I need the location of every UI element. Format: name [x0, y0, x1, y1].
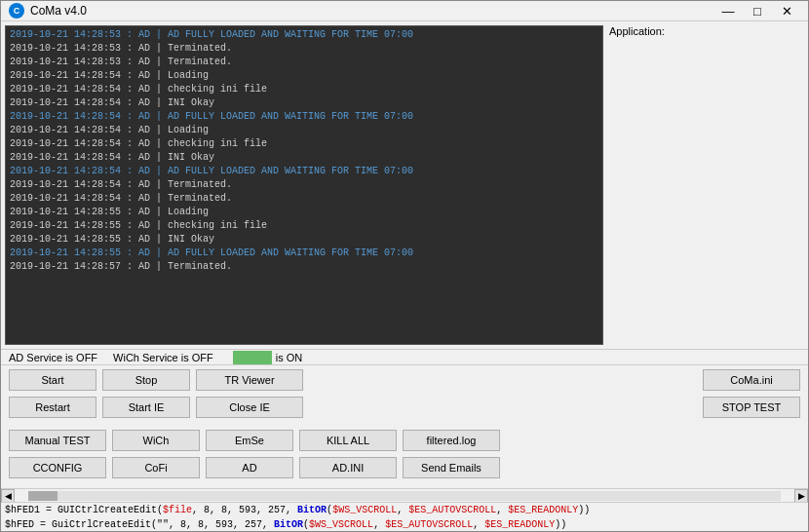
third-service-label: is ON — [276, 352, 303, 363]
code-param-autoscroll: $ES_AUTOVSCROLL — [408, 505, 496, 515]
start-button[interactable]: Start — [9, 369, 96, 391]
horizontal-scrollbar[interactable]: ◀ ▶ — [1, 488, 808, 502]
maximize-button[interactable]: □ — [744, 1, 771, 20]
close-ie-button[interactable]: Close IE — [196, 397, 303, 418]
restart-button[interactable]: Restart — [9, 397, 96, 418]
log-entry: 2019-10-21 14:28:57 : AD | Terminated. — [10, 260, 598, 274]
main-content-area: 2019-10-21 14:28:53 : AD | AD FULLY LOAD… — [1, 21, 808, 349]
log-display[interactable]: 2019-10-21 14:28:53 : AD | AD FULLY LOAD… — [5, 25, 603, 345]
app-icon: C — [9, 3, 24, 19]
code-param-1: $file — [163, 505, 192, 515]
button-row-4: CCONFIG CoFi AD AD.INI Send Emails — [9, 457, 800, 478]
coma-ini-button[interactable]: CoMa.ini — [703, 369, 800, 391]
code-param-readonly: $ES_READONLY — [508, 505, 578, 515]
code-comma-2: , — [496, 505, 508, 515]
log-entry: 2019-10-21 14:28:54 : AD | checking ini … — [10, 137, 598, 151]
wich-service-status: WiCh Service is OFF — [113, 352, 213, 363]
status-on-badge — [233, 351, 272, 364]
ad-ini-button[interactable]: AD.INI — [299, 457, 397, 478]
cofi-button[interactable]: CoFi — [112, 457, 200, 478]
code-param-readonly2: $ES_READONLY — [484, 519, 555, 530]
code-comma-3: , — [373, 519, 385, 530]
scroll-left-arrow[interactable]: ◀ — [1, 489, 15, 503]
stop-test-button[interactable]: STOP TEST — [703, 397, 800, 418]
bottom-code-text: $hFED1 = GUICtrlCreateEdit($file, 8, 8, … — [5, 503, 590, 531]
log-entry: 2019-10-21 14:28:54 : AD | AD FULLY LOAD… — [10, 165, 598, 178]
log-entry: 2019-10-21 14:28:54 : AD | checking ini … — [10, 83, 598, 96]
button-row-2: Restart Start IE Close IE STOP TEST — [9, 397, 800, 418]
bottom-code-bar: $hFED1 = GUICtrlCreateEdit($file, 8, 8, … — [1, 502, 808, 531]
button-row-3: Manual TEST WiCh EmSe KILL ALL filtered.… — [9, 430, 800, 451]
code-comma-4: , — [473, 519, 484, 530]
button-row-1: Start Stop TR Viewer CoMa.ini — [9, 369, 800, 391]
log-entry: 2019-10-21 14:28:54 : AD | INI Okay — [10, 151, 598, 165]
window-controls: — □ ✕ — [714, 1, 800, 20]
scroll-thumb[interactable] — [28, 491, 58, 501]
status-bar: AD Service is OFF WiCh Service is OFF is… — [1, 349, 808, 365]
code-line-1: $hFED1 = GUICtrlCreateEdit($file, 8, 8, … — [5, 503, 590, 517]
code-close-1: )) — [578, 505, 590, 515]
wich-button[interactable]: WiCh — [112, 430, 200, 451]
minimize-button[interactable]: — — [714, 1, 742, 20]
kill-all-button[interactable]: KILL ALL — [299, 430, 397, 451]
code-func-2: GuiCtrlCreateEdit( — [52, 519, 157, 530]
right-panel: Application: — [603, 21, 808, 349]
code-keyword-2: BitOR — [274, 519, 303, 530]
code-comma-1: , — [397, 505, 408, 515]
code-keyword-1: BitOR — [297, 505, 327, 515]
buttons-area: Start Stop TR Viewer CoMa.ini Restart St… — [1, 365, 808, 488]
log-entry: 2019-10-21 14:28:55 : AD | AD FULLY LOAD… — [10, 247, 598, 260]
emse-button[interactable]: EmSe — [206, 430, 293, 451]
log-entry: 2019-10-21 14:28:54 : AD | Loading — [10, 69, 598, 83]
code-var-2: $hFED = — [5, 519, 52, 530]
log-entry: 2019-10-21 14:28:55 : AD | Loading — [10, 206, 598, 219]
ad-service-status: AD Service is OFF — [9, 352, 97, 363]
close-button[interactable]: ✕ — [773, 1, 800, 20]
log-entry: 2019-10-21 14:28:54 : AD | Terminated. — [10, 178, 598, 192]
log-entry: 2019-10-21 14:28:55 : AD | INI Okay — [10, 233, 598, 247]
log-entry: 2019-10-21 14:28:53 : AD | Terminated. — [10, 42, 598, 56]
log-entry: 2019-10-21 14:28:54 : AD | Loading — [10, 124, 598, 137]
stop-button[interactable]: Stop — [102, 369, 190, 391]
log-entry: 2019-10-21 14:28:53 : AD | Terminated. — [10, 56, 598, 69]
main-window: C CoMa v4.0 — □ ✕ 2019-10-21 14:28:53 : … — [0, 0, 809, 532]
code-str-2: "", 8, 8, 593, 257, — [157, 519, 274, 530]
scroll-right-arrow[interactable]: ▶ — [794, 489, 808, 503]
manual-test-button[interactable]: Manual TEST — [9, 430, 106, 451]
third-service-badge: is ON — [229, 351, 303, 364]
code-func-1: GUICtrlCreateEdit( — [58, 505, 163, 515]
log-entry: 2019-10-21 14:28:54 : AD | AD FULLY LOAD… — [10, 110, 598, 124]
filtered-log-button[interactable]: filtered.log — [403, 430, 500, 451]
code-param-ws: $WS_VSCROLL — [332, 505, 397, 515]
log-entry: 2019-10-21 14:28:54 : AD | INI Okay — [10, 96, 598, 110]
ad-button[interactable]: AD — [206, 457, 293, 478]
title-text: CoMa v4.0 — [30, 4, 714, 18]
code-param-autoscroll2: $ES_AUTOVSCROLL — [385, 519, 473, 530]
title-bar: C CoMa v4.0 — □ ✕ — [1, 1, 808, 21]
log-entry: 2019-10-21 14:28:54 : AD | Terminated. — [10, 192, 598, 206]
start-ie-button[interactable]: Start IE — [102, 397, 190, 418]
code-line-2: $hFED = GuiCtrlCreateEdit("", 8, 8, 593,… — [5, 517, 590, 531]
code-rest-1: , 8, 8, 593, 257, — [192, 505, 297, 515]
tr-viewer-button[interactable]: TR Viewer — [196, 369, 303, 391]
scroll-track[interactable] — [28, 491, 781, 501]
log-entry: 2019-10-21 14:28:55 : AD | checking ini … — [10, 219, 598, 233]
application-label: Application: — [607, 23, 667, 39]
code-close-2: )) — [555, 519, 566, 530]
cconfig-button[interactable]: CCONFIG — [9, 457, 106, 478]
log-entry: 2019-10-21 14:28:53 : AD | AD FULLY LOAD… — [10, 28, 598, 42]
code-var-1: $hFED1 = — [5, 505, 58, 515]
code-param-ws2: $WS_VSCROLL — [309, 519, 373, 530]
send-emails-button[interactable]: Send Emails — [403, 457, 500, 478]
